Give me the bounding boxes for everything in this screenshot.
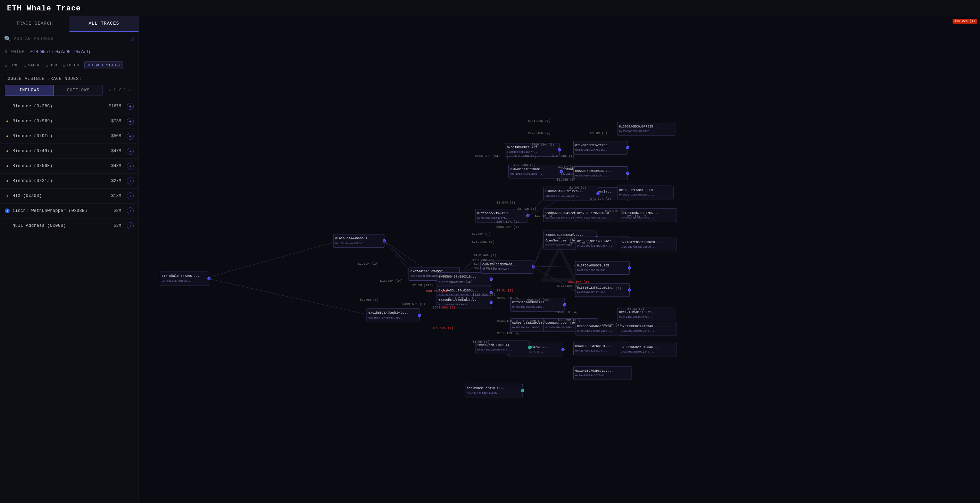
list-item[interactable]: ◆ HTX (0xa03) $13M + xyxy=(0,189,138,204)
svg-text:0xb20b04ae40686c2...: 0xb20b04ae40686c2... xyxy=(335,242,369,245)
svg-text:$389.08K (5): $389.08K (5) xyxy=(472,258,495,262)
node-value: $167M xyxy=(109,104,121,109)
svg-text:$267.87K (1): $267.87K (1) xyxy=(496,220,519,224)
add-node-button[interactable]: + xyxy=(127,148,134,154)
list-item[interactable]: 1 1inch: WethUnwrapper (0x08B) $8M + xyxy=(0,204,138,218)
svg-text:0x3999336de913346...: 0x3999336de913346... xyxy=(621,329,655,333)
add-node-button[interactable]: + xyxy=(127,162,134,170)
svg-text:0x273d7f866aF33620...: 0x273d7f866aF33620... xyxy=(621,240,660,244)
tab-inflows[interactable]: INFLOWS xyxy=(5,85,54,96)
node-name: HTX (0xa03) xyxy=(13,194,108,198)
graph-area[interactable]: △ $35.22K (1) ETH Whale 0x7a95 ... 0x7a9… xyxy=(139,16,980,503)
svg-point-33 xyxy=(490,301,492,304)
list-item[interactable]: ◆ Binance (0x497) $47M + xyxy=(0,144,138,159)
main-layout: TRACE SEARCH ALL TRACES 🔍 ⇳ VIEWING: ETH… xyxy=(0,16,980,503)
svg-text:$9.01 (1): $9.01 (1) xyxy=(496,289,513,293)
svg-text:$167.10K (5): $167.10K (5) xyxy=(557,284,580,288)
add-node-button[interactable]: + xyxy=(127,118,134,125)
sidebar: TRACE SEARCH ALL TRACES 🔍 ⇳ VIEWING: ETH… xyxy=(0,16,139,503)
list-item[interactable]: ◆ Binance (0x21a) $27M + xyxy=(0,174,138,189)
svg-point-162 xyxy=(521,389,524,392)
svg-text:$13.70M (34): $13.70M (34) xyxy=(380,279,402,283)
list-item[interactable]: Null Address (0x000) $3M + xyxy=(0,218,138,234)
svg-text:$53.35K (4): $53.35K (4) xyxy=(557,310,578,314)
svg-text:0x6810b23F612b8b3...: 0x6810b23F612b8b3... xyxy=(577,291,611,294)
svg-rect-56 xyxy=(575,261,629,274)
diamond-icon: ◆ xyxy=(5,164,10,169)
list-item[interactable]: ◆ Binance (0xDFd) $50M + xyxy=(0,129,138,144)
app-header: ETH Whale Trace xyxy=(0,0,980,16)
add-node-button[interactable]: + xyxy=(127,207,134,214)
diamond-icon: ◆ xyxy=(5,119,10,124)
svg-text:$344.90K (9): $344.90K (9) xyxy=(433,306,455,309)
svg-text:$2.5M (147): $2.5M (147) xyxy=(412,283,433,287)
svg-text:$420.34K (1): $420.34K (1) xyxy=(474,253,496,257)
svg-point-152 xyxy=(563,303,566,306)
svg-text:$441.91K (2): $441.91K (2) xyxy=(474,266,496,270)
svg-text:0x001FDbCF21bef7...: 0x001FDbCF21bef7... xyxy=(507,150,539,154)
svg-text:0x3909336de913346...: 0x3909336de913346... xyxy=(621,345,659,349)
node-value: $27M xyxy=(111,178,121,183)
svg-text:0x9088be046bCb0a14...: 0x9088be046bCb0a14... xyxy=(577,329,612,333)
value-icon: △ xyxy=(24,63,27,67)
filter-icon[interactable]: ⇳ xyxy=(131,35,134,42)
filter-value[interactable]: △ VALUE xyxy=(24,63,41,67)
svg-text:0x1a410C79aD671eC...: 0x1a410C79aD671eC... xyxy=(575,369,613,373)
add-node-button[interactable]: + xyxy=(127,193,134,199)
viewing-value: ETH Whale 0x7a95 (0x7a9) xyxy=(30,50,91,54)
tab-outflows[interactable]: OUTFLOWS xyxy=(54,85,103,96)
add-node-button[interactable]: + xyxy=(127,133,134,140)
list-item[interactable]: ◆ Binance (0x56E) $43M + xyxy=(0,159,138,174)
svg-line-6 xyxy=(209,279,372,316)
node-name: Binance (0x56E) xyxy=(13,164,108,169)
svg-text:$9.00M (4): $9.00M (4) xyxy=(602,323,621,327)
svg-text:0xb20b04Ae40686c2...: 0xb20b04Ae40686c2... xyxy=(335,237,373,240)
filter-usd-label: USD xyxy=(50,63,57,67)
svg-text:$1.45M (5): $1.45M (5) xyxy=(557,178,576,181)
svg-rect-131 xyxy=(619,322,677,335)
add-node-button[interactable]: + xyxy=(127,103,134,110)
svg-text:0x14020bE51A7C7c6...: 0x14020bE51A7C7c6... xyxy=(575,148,609,151)
svg-text:0x7E0000ccEA474fb...: 0x7E0000ccEA474fb... xyxy=(477,216,511,220)
page-indicator: 1 / 1 xyxy=(113,88,126,93)
list-item[interactable]: ◆ Binance (0x969) $73M + xyxy=(0,114,138,129)
list-item[interactable]: Binance (0x28C) $167M + xyxy=(0,99,138,114)
svg-text:0xe09a591A465A420b...: 0xe09a591A465A420b... xyxy=(467,392,502,395)
svg-rect-156 xyxy=(573,366,632,380)
svg-text:$1.3M (8): $1.3M (8) xyxy=(590,131,608,135)
svg-text:$515.02K (2): $515.02K (2) xyxy=(473,293,495,297)
filter-token[interactable]: △ TOKEN xyxy=(63,63,79,67)
remove-filter-button[interactable]: ✕ xyxy=(88,62,90,68)
svg-text:0xe1215b501113672...: 0xe1215b501113672... xyxy=(619,315,653,318)
filter-usd[interactable]: △ USD xyxy=(46,63,57,67)
node-name: Binance (0x28C) xyxy=(13,104,106,109)
search-input[interactable] xyxy=(14,37,128,41)
tab-all-traces[interactable]: ALL TRACES xyxy=(70,16,139,32)
add-node-button[interactable]: + xyxy=(127,178,134,185)
svg-text:0x14020bE51A7C7c6...: 0x14020bE51A7C7c6... xyxy=(575,143,613,147)
token-icon: △ xyxy=(63,63,65,67)
tab-trace-search[interactable]: TRACE SEARCH xyxy=(0,16,70,32)
svg-text:$5.70M (6): $5.70M (6) xyxy=(360,298,379,302)
svg-text:0x0F66e080079d165...: 0x0F66e080079d165... xyxy=(577,269,611,272)
node-name: Binance (0xDFd) xyxy=(13,134,108,138)
svg-text:$289.08K (5): $289.08K (5) xyxy=(472,240,495,244)
filter-row: △ TIME △ VALUE △ USD △ TOKEN ✕ USD ≥ $10… xyxy=(0,58,138,72)
svg-point-63 xyxy=(628,289,631,291)
svg-text:0x48EF562a266194...: 0x48EF562a266194... xyxy=(575,344,611,348)
filter-time[interactable]: △ TIME xyxy=(5,63,19,67)
node-value: $50M xyxy=(111,134,121,138)
diamond-icon: ◆ xyxy=(5,178,10,183)
htx-icon: ◆ xyxy=(5,194,10,198)
filter-value-label: VALUE xyxy=(28,63,41,67)
svg-point-25 xyxy=(490,277,492,280)
viewing-row: VIEWING: ETH Whale 0x7a95 (0x7a9) xyxy=(0,46,138,58)
toggle-title: TOGGLE VISIBLE TRACE NODES: xyxy=(5,76,134,81)
usd-icon: △ xyxy=(46,63,48,67)
prev-page-button[interactable]: ‹ xyxy=(108,88,111,93)
svg-rect-90 xyxy=(573,141,627,154)
usd-filter-badge: ✕ USD ≥ $10.00 xyxy=(84,61,123,69)
add-node-button[interactable]: + xyxy=(127,222,134,229)
svg-rect-159 xyxy=(465,384,523,397)
next-page-button[interactable]: › xyxy=(128,88,131,93)
